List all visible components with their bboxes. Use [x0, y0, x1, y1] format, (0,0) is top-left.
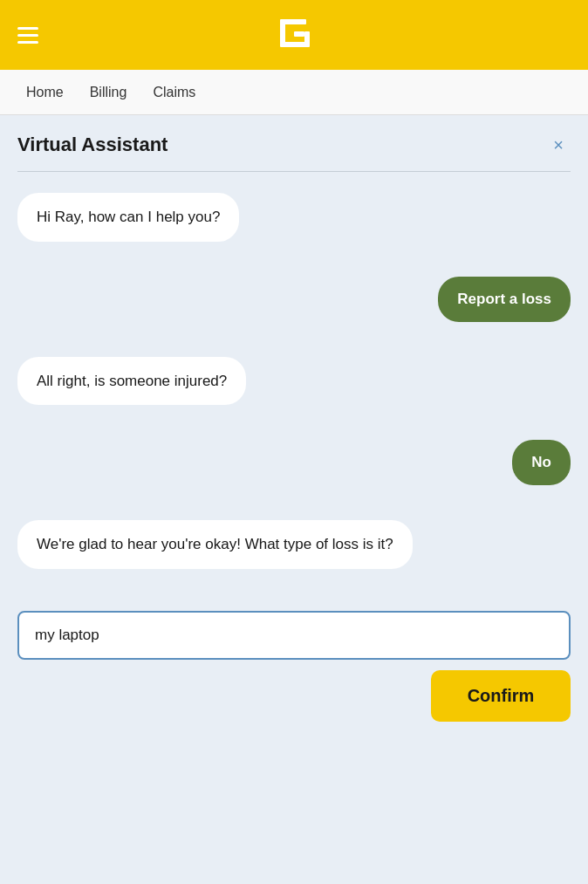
bot-bubble-2: All right, is someone injured? — [17, 357, 246, 406]
bot-message-1: Hi Ray, how can I help you? — [17, 193, 571, 242]
confirm-button[interactable]: Confirm — [431, 670, 571, 722]
nav-item-claims[interactable]: Claims — [153, 72, 195, 113]
nav-item-home[interactable]: Home — [26, 72, 64, 113]
bot-message-2: All right, is someone injured? — [17, 357, 571, 406]
hamburger-menu-button[interactable] — [17, 27, 38, 44]
user-bubble-2: No — [512, 440, 571, 485]
nav-item-billing[interactable]: Billing — [90, 72, 127, 113]
close-button[interactable]: × — [546, 133, 571, 157]
user-bubble-1: Report a loss — [438, 277, 571, 322]
main-nav: Home Billing Claims — [0, 70, 588, 115]
user-message-2: No — [17, 440, 571, 485]
svg-rect-3 — [284, 42, 306, 47]
bot-bubble-1: Hi Ray, how can I help you? — [17, 193, 239, 242]
user-message-1: Report a loss — [17, 277, 571, 322]
svg-rect-1 — [284, 19, 306, 24]
bot-bubble-3: We're glad to hear you're okay! What typ… — [17, 520, 413, 569]
svg-rect-5 — [304, 31, 310, 47]
chat-panel: Virtual Assistant × Hi Ray, how can I he… — [0, 115, 588, 884]
loss-type-input[interactable] — [17, 611, 571, 660]
svg-rect-4 — [294, 31, 304, 37]
bot-message-3: We're glad to hear you're okay! What typ… — [17, 520, 571, 569]
input-area: Confirm — [17, 611, 571, 722]
app-header — [0, 0, 588, 70]
app-logo — [275, 14, 313, 56]
chat-header: Virtual Assistant × — [17, 133, 571, 172]
message-list: Hi Ray, how can I help you? Report a los… — [17, 193, 571, 722]
chat-title: Virtual Assistant — [17, 134, 168, 156]
